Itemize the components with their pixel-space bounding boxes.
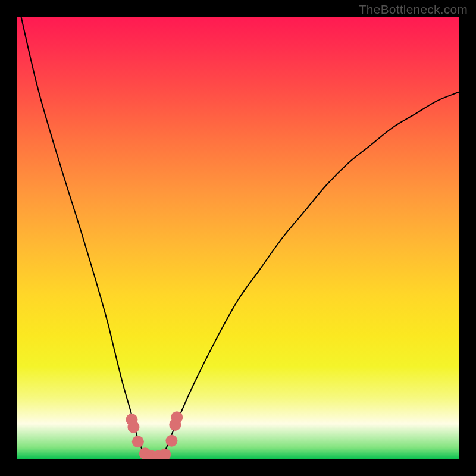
chart-svg [17,17,459,459]
marker-right-upper [171,411,183,423]
marker-left-mid [127,421,139,433]
marker-left-lower [132,436,144,447]
marker-right-lower [165,435,177,447]
watermark-text: TheBottleneck.com [359,2,468,17]
curve-markers [126,411,183,459]
marker-bottom-d [159,449,171,459]
chart-plot-area [17,17,459,459]
bottleneck-curve-path [21,17,459,459]
